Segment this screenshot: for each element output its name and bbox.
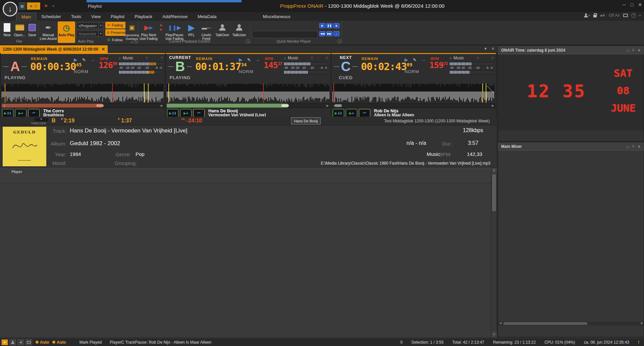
clock-pin-icon[interactable]: ┴	[632, 48, 635, 53]
talkuser-button[interactable]: TalkUser	[231, 21, 247, 37]
waveform[interactable]	[332, 83, 495, 103]
lock-icon[interactable]	[593, 15, 597, 17]
qm-pause-button[interactable]: ❚❚	[326, 23, 332, 28]
play-indicator-icon[interactable]: ▶	[74, 57, 77, 62]
autoplay-dialog-launcher-icon[interactable]: ↘	[133, 39, 138, 44]
play-mini-buttons[interactable]: ▶▶	[158, 21, 164, 33]
cue-start-button[interactable]: ⏮	[359, 109, 370, 117]
play-indicator-icon[interactable]: ▶	[239, 57, 243, 62]
speaker-status-icon[interactable]: ◂)	[17, 339, 24, 345]
qm-stop-button[interactable]: ■	[333, 23, 339, 28]
waveform[interactable]	[166, 83, 330, 103]
save-button[interactable]: Save	[27, 21, 38, 37]
scroll-up-icon[interactable]: ▲	[491, 168, 497, 173]
mixer-restore-icon[interactable]: □	[627, 145, 629, 149]
meter-dropdown-icon[interactable]: ▽	[326, 56, 328, 60]
tab-scheduler[interactable]: Scheduler	[36, 13, 66, 21]
arrow-icon[interactable]: →	[91, 57, 95, 62]
tab-playback[interactable]: Playback	[129, 13, 157, 21]
waveform[interactable]	[1, 83, 164, 103]
play-pause-button[interactable]: ▶❚❚	[333, 109, 344, 117]
meter-dropdown-icon[interactable]: ▽	[161, 56, 163, 60]
clock-close-icon[interactable]: ✕	[638, 48, 641, 53]
seek-bar[interactable]: ◀▶	[1, 103, 164, 108]
tab-view[interactable]: View	[86, 13, 106, 21]
auto-toggle-2[interactable]: Auto	[52, 340, 66, 345]
minimize-button[interactable]: ─	[623, 2, 626, 7]
tab-tools[interactable]: Tools	[66, 13, 86, 21]
new-button[interactable]: New	[1, 21, 13, 37]
qmp-dialog-launcher-icon[interactable]: ↘	[337, 39, 341, 44]
edit-icon[interactable]: ✎	[413, 57, 417, 62]
status-alert-icon[interactable]: !	[638, 340, 639, 345]
manual-live-assist-button[interactable]: ✒Manual Live-Assist	[40, 21, 57, 41]
play-next-button[interactable]: ▶▶Play Next Use Fading	[139, 21, 158, 41]
cue-start-button[interactable]: ⏮	[28, 109, 40, 117]
preserve-toggle[interactable]: ≡Preserve	[105, 29, 125, 36]
tab-playlist[interactable]: Playlist	[106, 13, 129, 21]
user-status-icon[interactable]	[9, 339, 16, 345]
playlist-header[interactable]: Player	[0, 168, 491, 183]
header-player[interactable]: Player	[0, 168, 34, 183]
qm-eject-button[interactable]: ↓	[333, 31, 339, 36]
cpc-dialog-launcher-icon[interactable]: ↘	[246, 39, 250, 44]
qat-dropdown-icon[interactable]: ▾	[51, 2, 56, 10]
meter-dropdown-icon[interactable]: ▽	[311, 56, 313, 60]
mixer-panel-titlebar[interactable]: Main Mixer □┴✕	[498, 142, 644, 151]
edit-icon[interactable]: ✎	[82, 57, 86, 62]
mixer-close-icon[interactable]: ✕	[638, 145, 641, 149]
cue-start-button[interactable]: ⏮	[193, 109, 205, 117]
mixer-hscrollbar[interactable]: ◀▶	[499, 322, 644, 326]
close-button[interactable]: ✕	[638, 2, 642, 7]
monitor-status-icon[interactable]	[25, 339, 32, 345]
edit-icon[interactable]: ✎	[247, 57, 251, 62]
flag-toolbar-icon[interactable]: ⚑	[42, 2, 50, 10]
monitor-icon[interactable]	[623, 14, 628, 17]
maximize-button[interactable]: □	[631, 2, 633, 7]
playlist-tab[interactable]: 1200-1300 Middagblok Week @ 8/06/2024 12…	[0, 45, 108, 53]
sequential-select[interactable]: Sequential▼	[76, 31, 103, 37]
play-stop-button[interactable]: ▶■	[346, 109, 357, 117]
talkover-button[interactable]: TalkOver	[215, 21, 230, 37]
arrow-icon[interactable]: →	[256, 57, 260, 62]
scrollbar-thumb[interactable]	[492, 174, 496, 211]
playlist-scrollbar[interactable]: ▲ ▼	[491, 168, 496, 337]
tab-list-dropdown-icon[interactable]: ▼	[484, 47, 487, 51]
tab-main[interactable]: Main	[16, 13, 36, 21]
seek-bar[interactable]: ◀▶	[166, 103, 330, 108]
play-pause-button[interactable]: ▶❚❚	[167, 109, 178, 117]
seek-handle[interactable]	[96, 104, 104, 107]
tab-close-icon[interactable]: ✕	[491, 47, 494, 51]
mixer-pin-icon[interactable]: ┴	[632, 145, 635, 149]
program-select[interactable]: <Program>▼	[76, 22, 103, 29]
help-icon[interactable]: ?	[631, 13, 636, 18]
tab-miscellaneous[interactable]: Miscellaneous	[258, 13, 296, 21]
arrow-icon[interactable]: →	[421, 57, 426, 62]
seek-handle[interactable]	[281, 104, 289, 107]
lamp-status-icon[interactable]: ●	[1, 339, 8, 345]
play-indicator-icon[interactable]: ▶	[405, 57, 408, 62]
user-menu-icon[interactable]: ▾	[584, 13, 590, 17]
play-stop-button[interactable]: ▶■	[180, 109, 192, 117]
app-logo-icon[interactable]: ↓	[3, 2, 17, 16]
tab-addremove[interactable]: Add/Remove	[157, 13, 193, 21]
timecode-widget[interactable]: ▼	[34, 118, 48, 121]
clock-restore-icon[interactable]: □	[627, 48, 629, 53]
qm-rewind-button[interactable]: ◀◀	[319, 31, 325, 36]
play-stop-button[interactable]: ▶■	[15, 109, 26, 117]
play-pause-button[interactable]: ❚❚▶Play/Pause Use Fading	[165, 21, 184, 41]
meter-dropdown-icon[interactable]: ▽	[491, 56, 494, 60]
seek-bar[interactable]: ◀▶	[332, 103, 495, 108]
playlist-tab-close-icon[interactable]: ✕	[102, 47, 105, 52]
monitor-toolbar-icon[interactable]: ▦	[19, 2, 25, 10]
open-button[interactable]: Open...	[13, 21, 26, 37]
auto-toggle-1[interactable]: Auto	[36, 340, 49, 345]
clock-panel-titlebar[interactable]: ONAIR Time: zaterdag 8 juni 2024 □┴✕	[498, 46, 644, 54]
help-dropdown-icon[interactable]: ▾	[639, 14, 641, 17]
play-pause-button[interactable]: ▶❚❚	[2, 109, 13, 117]
qm-play-button[interactable]: ▶	[319, 23, 325, 28]
tab-metadata[interactable]: MetaData	[193, 13, 221, 21]
linein-feed-button[interactable]: ▬─LineIn Feed	[199, 21, 213, 41]
scroll-down-icon[interactable]: ▼	[491, 332, 497, 337]
qm-forward-button[interactable]: ▶▶	[326, 31, 332, 36]
